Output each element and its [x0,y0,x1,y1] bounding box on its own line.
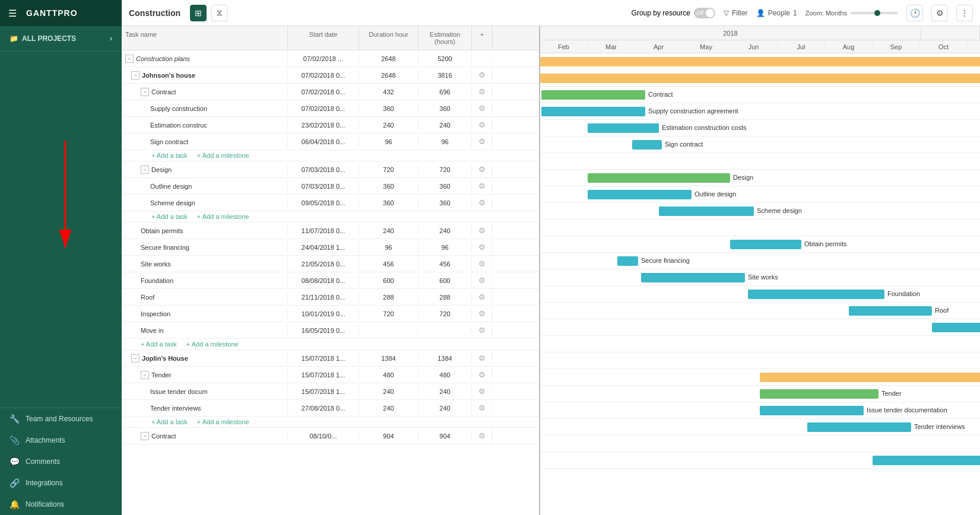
gantt-bar[interactable] [849,306,932,316]
gantt-bar[interactable] [730,240,801,249]
table-row: − Contract 07/02/2018 0... 432 696 ⚙ [122,84,539,100]
gantt-row: Design [540,170,980,186]
sidebar-item-team[interactable]: 🔧 Team and Resources [0,408,122,430]
task-start-cell: 27/08/2018 0... [288,402,359,414]
task-gear-cell[interactable]: ⚙ [472,196,493,209]
gantt-bar[interactable] [632,140,662,150]
task-duration-cell: 720 [359,164,418,176]
gantt-bar[interactable] [540,74,980,83]
collapse-button[interactable]: − [131,71,139,80]
add-task-button[interactable]: + Add a task [141,341,177,348]
gantt-row [540,153,980,170]
task-gear-cell[interactable]: ⚙ [472,307,493,320]
task-estimation-cell [418,328,472,333]
add-milestone-button[interactable]: + Add a milestone [197,213,249,220]
gantt-bar[interactable] [760,389,878,399]
task-gear-cell[interactable]: ⚙ [472,401,493,415]
sidebar-item-attachments[interactable]: 📎 Attachments [0,430,122,451]
task-gear-cell[interactable]: ⚙ [472,368,493,382]
zoom-slider[interactable] [851,12,898,14]
task-estimation-cell: 720 [418,308,472,320]
sidebar-item-notifications[interactable]: 🔔 Notifications [0,494,122,515]
gantt-bar-label: Estimation construction costs [662,124,746,131]
hamburger-icon[interactable]: ☰ [8,8,17,19]
gantt-bar[interactable] [540,57,980,66]
sidebar-item-label: Attachments [26,436,65,444]
task-gear-cell[interactable]: ⚙ [472,85,493,98]
task-gear-cell[interactable]: ⚙ [472,224,493,237]
gantt-bar[interactable] [541,107,645,116]
task-gear-cell[interactable]: ⚙ [472,163,493,176]
gantt-bar[interactable] [807,422,911,432]
table-row: Sign contract 06/04/2018 0... 96 96 ⚙ [122,133,539,150]
group-by-resource-toggle[interactable]: Off [694,8,715,18]
gantt-header: 2018 Feb Mar Apr May Jun Jul Aug Sep Oct… [540,26,980,53]
people-button[interactable]: 👤 People 1 [756,9,797,17]
add-milestone-button[interactable]: + Add a milestone [197,418,249,425]
task-gear-cell[interactable]: ⚙ [472,240,493,254]
add-milestone-button[interactable]: + Add a milestone [197,152,249,159]
task-gear-cell[interactable]: ⚙ [472,290,493,304]
gantt-bar[interactable] [641,273,745,282]
more-button[interactable]: ⋮ [956,5,973,21]
task-name-cell: Supply construction [122,103,288,115]
add-task-button[interactable]: + Add a task [151,418,188,425]
col-header-duration: Duration hour [359,26,418,50]
gantt-row [540,220,980,236]
task-gear-cell[interactable]: ⚙ [472,101,493,115]
sidebar-item-integrations[interactable]: 🔗 Integrations [0,472,122,494]
task-name-cell: Roof [122,291,288,303]
zoom-control[interactable]: Zoom: Months [805,9,898,17]
add-task-button[interactable]: + Add a task [151,213,188,220]
task-gear-cell[interactable]: ⚙ [472,257,493,271]
gantt-bar-label: Supply construction agreement [648,107,738,115]
collapse-button[interactable]: − [131,354,139,363]
task-start-cell: 08/10/0... [288,430,359,442]
all-projects-nav[interactable]: 📁 ALL PROJECTS › [0,26,122,52]
collapse-button[interactable]: − [141,432,149,440]
month-apr: Apr [635,40,683,53]
gantt-bar[interactable] [760,373,980,382]
table-view-button[interactable]: ⊞ [190,5,207,21]
gantt-bar[interactable] [588,123,659,133]
table-row: Site works 21/05/2018 0... 456 456 ⚙ [122,256,539,272]
gantt-bar[interactable] [588,173,730,183]
history-button[interactable]: 🕐 [906,5,923,21]
collapse-button[interactable]: − [141,371,149,379]
month-nov: Nov [968,40,980,53]
gantt-bar-label: Tender interviews [914,423,965,430]
collapse-button[interactable]: − [141,166,149,174]
add-task-button[interactable]: + Add a task [151,152,188,159]
gantt-bar[interactable] [932,323,980,332]
task-estimation-cell: 288 [418,291,472,303]
task-gear-cell[interactable]: ⚙ [472,179,493,193]
settings-button[interactable]: ⚙ [931,5,948,21]
task-estimation-cell: 360 [418,103,472,115]
gantt-bar[interactable] [760,406,864,415]
collapse-button[interactable]: − [125,55,134,63]
gantt-bar[interactable] [659,206,754,216]
table-row: Inspection 10/01/2019 0... 720 720 ⚙ [122,306,539,322]
gantt-bar[interactable] [748,290,884,299]
task-gear-cell[interactable]: ⚙ [472,135,493,148]
gantt-bar[interactable] [617,256,638,266]
timeline-view-button[interactable]: ⧖ [211,5,228,21]
task-gear-cell[interactable]: ⚙ [472,351,493,365]
task-gear-cell[interactable]: ⚙ [472,274,493,287]
collapse-button[interactable]: − [141,88,149,96]
add-milestone-button[interactable]: + Add a milestone [186,341,239,348]
filter-button[interactable]: ▽ Filter [724,9,748,17]
gantt-bar[interactable] [541,90,645,100]
task-start-cell: 08/08/2018 0... [288,275,359,287]
task-gear-cell[interactable]: ⚙ [472,323,493,337]
task-gear-cell[interactable]: ⚙ [472,118,493,132]
task-duration-cell: 1384 [359,352,418,364]
task-name: Scheme design [150,199,195,206]
col-header-add[interactable]: + [472,26,493,50]
task-gear-cell[interactable]: ⚙ [472,384,493,398]
gantt-bar[interactable] [588,190,692,199]
task-gear-cell[interactable]: ⚙ [472,429,493,443]
task-gear-cell[interactable]: ⚙ [472,68,493,82]
sidebar-item-comments[interactable]: 💬 Comments [0,451,122,472]
gantt-bar[interactable] [873,456,980,465]
